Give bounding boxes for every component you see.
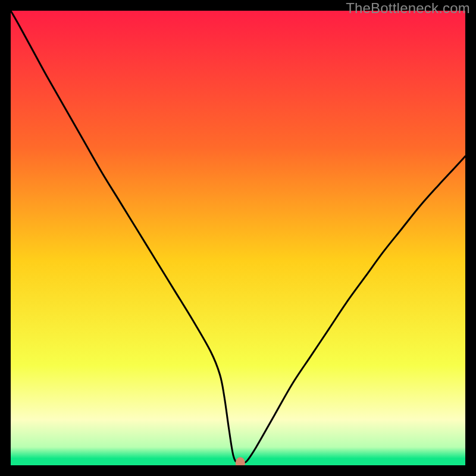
watermark-text: TheBottleneck.com bbox=[346, 0, 470, 17]
plot-area bbox=[11, 11, 465, 465]
chart-svg bbox=[11, 11, 465, 465]
chart-frame: TheBottleneck.com bbox=[0, 0, 476, 476]
gradient-background bbox=[11, 11, 465, 465]
